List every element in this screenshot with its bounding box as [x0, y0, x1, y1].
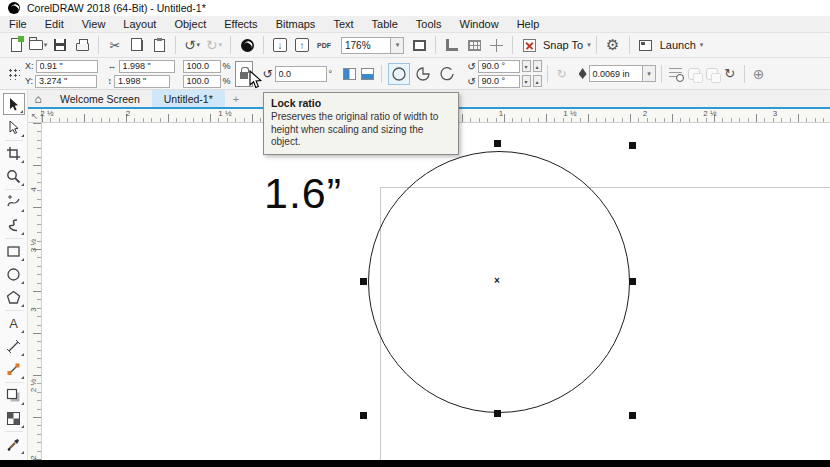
artistic-media-tool[interactable]: [3, 214, 25, 236]
wrap-paragraph-text-button[interactable]: [667, 64, 685, 84]
object-center-mark[interactable]: ×: [494, 275, 500, 286]
menu-bitmaps[interactable]: Bitmaps: [267, 18, 325, 30]
toolbox-divider: [5, 238, 23, 239]
drawing-canvas[interactable]: 1.6” ×: [42, 123, 830, 460]
y-position-field[interactable]: [35, 75, 97, 88]
menu-effects[interactable]: Effects: [215, 18, 266, 30]
menu-view[interactable]: View: [73, 18, 115, 30]
object-height-field[interactable]: [114, 75, 170, 88]
shape-tool[interactable]: [3, 116, 25, 138]
toolbar-separator: [230, 36, 231, 54]
show-grid-button[interactable]: [464, 35, 484, 55]
import-button[interactable]: ↓: [270, 35, 290, 55]
redo-button[interactable]: ↻▾: [204, 35, 224, 55]
fullscreen-preview-button[interactable]: [409, 35, 429, 55]
start-angle-field[interactable]: [478, 60, 520, 73]
menu-object[interactable]: Object: [165, 18, 215, 30]
scale-height-field[interactable]: [183, 75, 221, 88]
arc-mode-button[interactable]: [436, 63, 458, 85]
quick-customize-button[interactable]: ⊕: [750, 64, 768, 84]
search-content-button[interactable]: [237, 35, 257, 55]
launch-button[interactable]: [636, 35, 656, 55]
ellipse-mode-button[interactable]: [388, 63, 410, 85]
zoom-level-value: 176%: [345, 40, 371, 51]
mirror-horizontal-button[interactable]: [340, 64, 358, 84]
launch-caret[interactable]: ▾: [700, 41, 704, 49]
polygon-tool[interactable]: [3, 286, 25, 308]
snap-off-button[interactable]: [519, 35, 539, 55]
save-button[interactable]: [50, 35, 70, 55]
export-button[interactable]: ↑: [292, 35, 312, 55]
menu-edit[interactable]: Edit: [36, 18, 73, 30]
selection-handle-middle-right[interactable]: [629, 278, 636, 285]
home-tab-button[interactable]: ⌂: [28, 90, 48, 107]
show-guidelines-button[interactable]: [486, 35, 506, 55]
options-button[interactable]: ⚙: [603, 35, 623, 55]
selection-handle-bottom-left[interactable]: [360, 412, 367, 419]
scale-width-field[interactable]: [183, 60, 221, 73]
convert-to-curves-button[interactable]: ↻: [721, 64, 739, 84]
menu-help[interactable]: Help: [508, 18, 549, 30]
selection-handle-bottom-center[interactable]: [494, 410, 501, 417]
selection-handle-top-right[interactable]: [629, 142, 636, 149]
end-angle-spin-up[interactable]: ▴: [533, 75, 542, 87]
selection-handle-top-center[interactable]: [494, 140, 501, 147]
show-rulers-button[interactable]: [442, 35, 462, 55]
menu-window[interactable]: Window: [451, 18, 508, 30]
color-eyedropper-tool[interactable]: [3, 433, 25, 455]
redo-caret-icon: ▾: [219, 41, 223, 49]
menu-layout[interactable]: Layout: [114, 18, 165, 30]
vertical-ruler[interactable]: 4 3 ½ 3 2 ½ 2: [28, 123, 42, 460]
new-tab-button[interactable]: +: [225, 90, 247, 107]
text-tool[interactable]: A: [3, 312, 25, 334]
selection-handle-bottom-right[interactable]: [629, 412, 636, 419]
undo-caret-icon[interactable]: ▾: [197, 41, 201, 49]
crop-tool[interactable]: [3, 142, 25, 164]
dimension-annotation-text[interactable]: 1.6”: [264, 169, 342, 218]
ellipse-tool[interactable]: [3, 263, 25, 285]
open-button[interactable]: ▾: [28, 35, 48, 55]
parallel-dimension-tool[interactable]: [3, 335, 25, 357]
drop-shadow-tool[interactable]: [3, 384, 25, 406]
start-angle-spin-up[interactable]: ▴: [533, 60, 542, 72]
undo-button[interactable]: ↺▾: [182, 35, 202, 55]
pick-tool[interactable]: [3, 93, 25, 115]
mirror-vertical-button[interactable]: [358, 64, 376, 84]
outline-width-combo[interactable]: 0.0069 in: [589, 65, 643, 82]
new-document-button[interactable]: [6, 35, 26, 55]
pie-mode-button[interactable]: [412, 63, 434, 85]
snap-to-label[interactable]: Snap To: [543, 39, 583, 51]
menu-file[interactable]: File: [0, 18, 36, 30]
selection-handle-middle-left[interactable]: [360, 278, 367, 285]
end-angle-field[interactable]: [478, 75, 520, 88]
menu-table[interactable]: Table: [363, 18, 407, 30]
snap-to-caret[interactable]: ▾: [587, 41, 591, 49]
copy-button[interactable]: [127, 35, 147, 55]
tab-welcome-screen[interactable]: Welcome Screen: [48, 90, 152, 107]
menu-tools[interactable]: Tools: [407, 18, 451, 30]
zoom-level-combo[interactable]: 176%: [341, 37, 391, 54]
outline-width-caret[interactable]: ▾: [643, 65, 656, 82]
chevron-down-icon: ▾: [647, 70, 651, 78]
tab-untitled-1[interactable]: Untitled-1*: [152, 90, 225, 107]
end-angle-spin-down[interactable]: ▾: [522, 75, 531, 87]
freehand-tool[interactable]: [3, 191, 25, 213]
launch-label[interactable]: Launch: [660, 39, 696, 51]
rectangle-tool[interactable]: [3, 240, 25, 262]
zoom-tool[interactable]: [3, 165, 25, 187]
transparency-tool[interactable]: [3, 407, 25, 429]
open-caret-icon[interactable]: ▾: [44, 41, 48, 49]
print-button[interactable]: [72, 35, 92, 55]
paste-button[interactable]: [149, 35, 169, 55]
cut-button[interactable]: ✂: [105, 35, 125, 55]
start-angle-spin-down[interactable]: ▾: [522, 60, 531, 72]
zoom-level-caret[interactable]: ▾: [391, 37, 404, 54]
x-position-field[interactable]: [36, 60, 98, 73]
menu-text[interactable]: Text: [324, 18, 362, 30]
connector-tool[interactable]: [3, 358, 25, 380]
object-width-field[interactable]: [119, 60, 175, 73]
publish-to-pdf-button[interactable]: PDF: [314, 35, 334, 55]
title-bar: CorelDRAW 2018 (64-Bit) - Untitled-1*: [0, 0, 830, 16]
rotation-angle-field[interactable]: [275, 66, 327, 82]
degree-label: °: [329, 69, 333, 79]
